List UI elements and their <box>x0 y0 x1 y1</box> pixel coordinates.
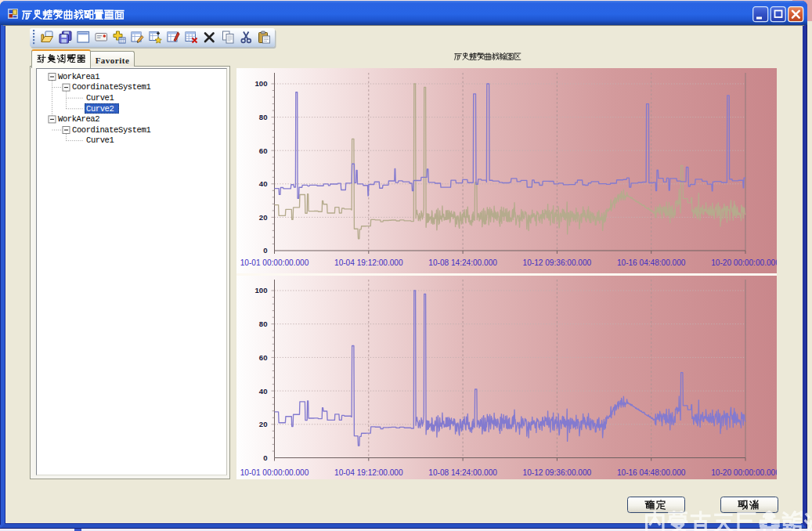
svg-text:100: 100 <box>254 286 267 294</box>
svg-text:20: 20 <box>259 420 268 428</box>
svg-text:10-12 09:36:00.000: 10-12 09:36:00.000 <box>523 468 592 477</box>
svg-text:0: 0 <box>263 246 267 255</box>
svg-text:10-20 00:00:00.000: 10-20 00:00:00.000 <box>711 468 777 477</box>
svg-text:80: 80 <box>259 113 268 121</box>
svg-text:20: 20 <box>259 213 268 222</box>
svg-text:10-20 00:00:00.000: 10-20 00:00:00.000 <box>711 258 777 267</box>
svg-text:10-08 14:24:00.000: 10-08 14:24:00.000 <box>428 468 497 477</box>
svg-text:10-01 00:00:00.000: 10-01 00:00:00.000 <box>240 258 309 267</box>
svg-text:100: 100 <box>254 79 267 88</box>
svg-text:60: 60 <box>259 146 268 155</box>
svg-text:10-04 19:12:00.000: 10-04 19:12:00.000 <box>334 468 403 477</box>
svg-text:40: 40 <box>259 179 268 188</box>
svg-text:40: 40 <box>259 387 268 396</box>
svg-text:10-08 14:24:00.000: 10-08 14:24:00.000 <box>428 258 497 267</box>
svg-text:10-04 19:12:00.000: 10-04 19:12:00.000 <box>334 258 403 267</box>
svg-text:60: 60 <box>259 353 268 362</box>
svg-text:80: 80 <box>259 320 268 328</box>
svg-text:10-12 09:36:00.000: 10-12 09:36:00.000 <box>523 258 592 267</box>
svg-text:10-16 04:48:00.000: 10-16 04:48:00.000 <box>617 258 686 267</box>
svg-text:10-16 04:48:00.000: 10-16 04:48:00.000 <box>617 468 686 477</box>
svg-text:0: 0 <box>263 453 267 462</box>
svg-text:10-01 00:00:00.000: 10-01 00:00:00.000 <box>240 468 309 477</box>
